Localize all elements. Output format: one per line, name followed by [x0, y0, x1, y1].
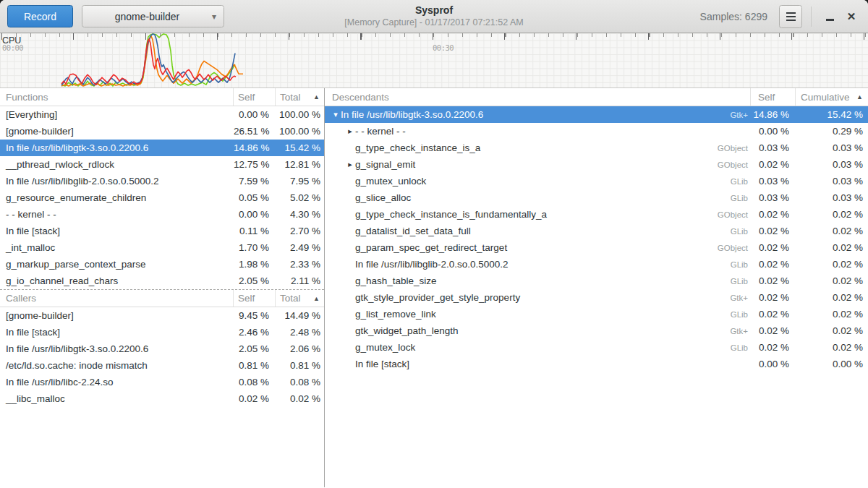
- cumulative-value: 0.00 %: [796, 359, 868, 369]
- self-column-header[interactable]: Self: [751, 88, 796, 106]
- cumulative-value: 0.02 %: [796, 259, 868, 270]
- hamburger-icon: [786, 12, 796, 14]
- function-name: g_hash_table_size: [355, 275, 437, 286]
- total-value: 7.95 %: [276, 176, 324, 187]
- record-button[interactable]: Record: [7, 5, 73, 27]
- table-row[interactable]: gtk_widget_path_lengthGtk+0.02 %0.02 %: [325, 322, 868, 339]
- callers-column-header[interactable]: Callers: [0, 290, 234, 307]
- total-value: 2.49 %: [276, 242, 324, 253]
- self-value: 2.05 %: [234, 275, 276, 286]
- table-row[interactable]: __libc_malloc0.02 %0.02 %: [0, 390, 324, 407]
- table-row[interactable]: In file /usr/lib/libgtk-3.so.0.2200.62.0…: [0, 341, 324, 357]
- function-name: In file [stack]: [355, 359, 409, 369]
- table-row[interactable]: g_mutex_unlockGLib0.03 %0.03 %: [325, 173, 868, 189]
- table-row[interactable]: g_type_check_instance_is_fundamentally_a…: [325, 206, 868, 223]
- table-row[interactable]: In file /usr/lib/libgtk-3.so.0.2200.614.…: [0, 140, 324, 156]
- table-row[interactable]: In file [stack]0.11 %2.70 %: [0, 223, 324, 239]
- table-row[interactable]: In file [stack]2.46 %2.48 %: [0, 324, 324, 341]
- table-row[interactable]: ▸- - kernel - -0.00 %0.29 %: [325, 123, 868, 140]
- self-value: 0.00 %: [234, 109, 276, 120]
- total-value: 0.81 %: [276, 360, 324, 371]
- table-row[interactable]: g_param_spec_get_redirect_targetGObject0…: [325, 239, 868, 256]
- table-row[interactable]: g_mutex_lockGLib0.02 %0.02 %: [325, 339, 868, 356]
- cumulative-value: 0.03 %: [796, 176, 868, 187]
- cumulative-value: 0.02 %: [796, 342, 868, 353]
- close-button[interactable]: ✕: [841, 6, 862, 27]
- expander-closed-icon[interactable]: ▸: [345, 160, 355, 169]
- table-row[interactable]: gtk_style_provider_get_style_propertyGtk…: [325, 289, 868, 306]
- table-row[interactable]: ▾In file /usr/lib/libgtk-3.so.0.2200.6Gt…: [325, 106, 868, 123]
- cumulative-value: 0.02 %: [796, 292, 868, 303]
- sysprof-window: Record gnome-builder ▾ Sysprof [Memory C…: [0, 0, 868, 488]
- cumulative-value: 0.02 %: [796, 209, 868, 220]
- table-row[interactable]: g_slice_allocGLib0.03 %0.03 %: [325, 189, 868, 206]
- function-name: In file /usr/lib/libc-2.24.so: [0, 377, 234, 388]
- total-value: 2.70 %: [276, 226, 324, 236]
- table-row[interactable]: [Everything]0.00 %100.00 %: [0, 106, 324, 123]
- name-zone: In file /usr/lib/libglib-2.0.so.0.5000.2: [325, 259, 707, 270]
- library-tag: GLib: [707, 177, 751, 186]
- table-row[interactable]: In file /usr/lib/libglib-2.0.so.0.5000.2…: [0, 173, 324, 189]
- table-row[interactable]: - - kernel - -0.00 %4.30 %: [0, 206, 324, 223]
- self-column-header[interactable]: Self: [234, 290, 276, 307]
- total-value: 4.30 %: [276, 209, 324, 220]
- name-zone: g_hash_table_size: [325, 275, 707, 286]
- function-name: __libc_malloc: [0, 393, 234, 404]
- hamburger-menu-button[interactable]: [779, 5, 802, 28]
- functions-column-header[interactable]: Functions: [0, 88, 234, 106]
- total-value: 2.11 %: [276, 275, 324, 286]
- expander-closed-icon[interactable]: ▸: [345, 127, 355, 136]
- process-selector-dropdown[interactable]: gnome-builder ▾: [82, 5, 224, 27]
- function-name: gtk_widget_path_length: [355, 325, 459, 336]
- table-row[interactable]: _int_malloc1.70 %2.49 %: [0, 239, 324, 256]
- table-row[interactable]: g_markup_parse_context_parse1.98 %2.33 %: [0, 256, 324, 273]
- name-zone: gtk_style_provider_get_style_property: [325, 292, 707, 303]
- samples-count: Samples: 6299: [700, 11, 767, 22]
- library-tag: Gtk+: [707, 327, 751, 335]
- cumulative-value: 0.03 %: [796, 192, 868, 203]
- sort-ascending-icon: ▲: [313, 93, 320, 100]
- library-tag: GLib: [707, 260, 751, 269]
- expander-open-icon[interactable]: ▾: [331, 110, 341, 119]
- table-row[interactable]: g_type_check_instance_is_aGObject0.03 %0…: [325, 140, 868, 156]
- functions-rows: [Everything]0.00 %100.00 %[gnome-builder…: [0, 106, 324, 289]
- table-row[interactable]: g_hash_table_sizeGLib0.02 %0.02 %: [325, 273, 868, 289]
- total-column-header[interactable]: Total ▲: [276, 88, 324, 106]
- table-row[interactable]: __pthread_rwlock_rdlock12.75 %12.81 %: [0, 156, 324, 173]
- cpu-graph-strip[interactable]: CPU 00:00 00:30: [0, 33, 868, 88]
- total-column-header[interactable]: Total ▲: [276, 290, 324, 307]
- name-zone: gtk_widget_path_length: [325, 325, 707, 336]
- table-row[interactable]: [gnome-builder]9.45 %14.49 %: [0, 307, 324, 324]
- table-row[interactable]: [gnome-builder]26.51 %100.00 %: [0, 123, 324, 140]
- table-row[interactable]: ▸g_signal_emitGObject0.02 %0.03 %: [325, 156, 868, 173]
- cumulative-column-header[interactable]: Cumulative ▲: [796, 88, 868, 106]
- functions-header[interactable]: Functions Self Total ▲: [0, 88, 324, 106]
- table-row[interactable]: g_io_channel_read_chars2.05 %2.11 %: [0, 273, 324, 289]
- descendants-column-header[interactable]: Descendants: [325, 88, 751, 106]
- table-row[interactable]: /etc/ld.so.cache: inode mismatch0.81 %0.…: [0, 357, 324, 374]
- self-column-header[interactable]: Self: [234, 88, 276, 106]
- cumulative-value: 0.03 %: [796, 142, 868, 153]
- table-row[interactable]: In file /usr/lib/libglib-2.0.so.0.5000.2…: [325, 256, 868, 273]
- process-selector-value: gnome-builder: [82, 11, 212, 22]
- table-row[interactable]: In file /usr/lib/libc-2.24.so0.08 %0.08 …: [0, 374, 324, 390]
- library-tag: GObject: [707, 160, 751, 169]
- self-value: 2.46 %: [234, 327, 276, 338]
- table-row[interactable]: g_resource_enumerate_children0.05 %5.02 …: [0, 189, 324, 206]
- function-name: g_slice_alloc: [355, 192, 411, 203]
- total-value: 0.02 %: [276, 393, 324, 404]
- self-value: 0.00 %: [751, 359, 796, 369]
- self-value: 0.00 %: [751, 126, 796, 137]
- table-row[interactable]: g_datalist_id_set_data_fullGLib0.02 %0.0…: [325, 223, 868, 239]
- function-name: - - kernel - -: [355, 126, 406, 137]
- self-value: 0.02 %: [751, 342, 796, 353]
- table-row[interactable]: In file [stack]0.00 %0.00 %: [325, 356, 868, 372]
- cumulative-value: 0.03 %: [796, 159, 868, 170]
- library-tag: GLib: [707, 277, 751, 286]
- minimize-button[interactable]: [819, 6, 841, 27]
- descendants-header[interactable]: Descendants Self Cumulative ▲: [325, 88, 868, 106]
- function-name: In file /usr/lib/libglib-2.0.so.0.5000.2: [0, 176, 234, 187]
- name-zone: g_param_spec_get_redirect_target: [325, 242, 707, 253]
- callers-header[interactable]: Callers Self Total ▲: [0, 289, 324, 307]
- table-row[interactable]: g_list_remove_linkGLib0.02 %0.02 %: [325, 306, 868, 322]
